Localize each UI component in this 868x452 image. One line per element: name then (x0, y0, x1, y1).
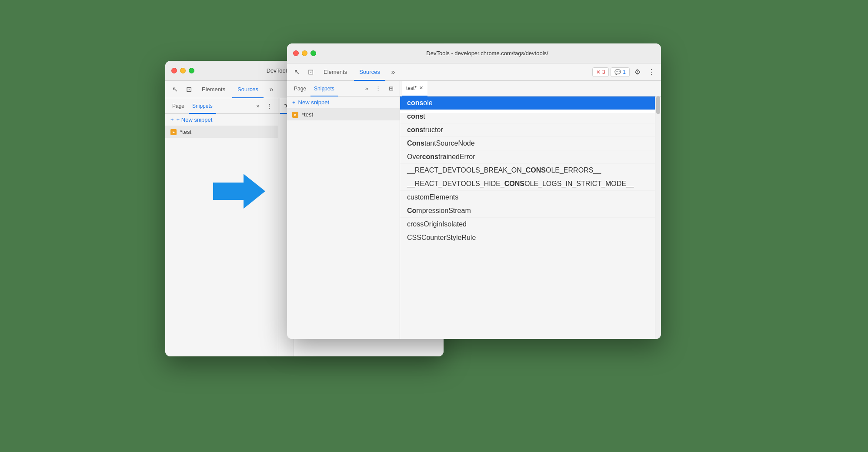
back-snippet-item[interactable]: ▸ *test (165, 126, 278, 138)
front-close-button[interactable] (293, 50, 299, 56)
back-traffic-lights (171, 68, 194, 73)
front-sidebar-menu-icon[interactable]: ⋮ (373, 83, 383, 94)
front-msg-count: 1 (623, 69, 626, 75)
front-autocomplete-item-constantsource[interactable]: ConstantSourceNode (400, 137, 655, 150)
back-more-tabs-icon[interactable]: » (265, 83, 277, 96)
front-autocomplete-rest-console: ole (423, 99, 432, 106)
front-window: DevTools - developer.chrome.com/tags/dev… (287, 43, 661, 339)
front-scrollbar[interactable] (655, 96, 661, 339)
front-devtools-panel: Page Snippets » ⋮ ⊞ + New snippet ▸ *tes… (287, 81, 661, 339)
front-new-snippet-button[interactable]: + New snippet (287, 96, 400, 109)
front-error-badge[interactable]: ✕ 3 (592, 67, 609, 77)
back-new-snippet-label: + New snippet (177, 116, 213, 123)
front-cursor-icon[interactable]: ↖ (290, 66, 303, 78)
front-traffic-lights (293, 50, 316, 56)
back-sidebar-menu-icon[interactable]: ⋮ (264, 101, 274, 111)
front-autocomplete-custom-text: customElements (407, 193, 458, 201)
front-sidebar-actions: » ⋮ (361, 83, 383, 94)
front-autocomplete-match-console: cons (407, 99, 423, 106)
front-autocomplete-crossorigin-text: crossOriginIsolated (407, 220, 467, 228)
front-autocomplete-item-crossorigin[interactable]: crossOriginIsolated (400, 218, 655, 231)
front-title-bar: DevTools - developer.chrome.com/tags/dev… (287, 43, 661, 63)
front-window-title: DevTools - developer.chrome.com/tags/dev… (320, 50, 655, 56)
front-editor-wrapper: test* ✕ 1 cons console (400, 81, 661, 339)
front-snippet-item[interactable]: ▸ *test (287, 109, 400, 120)
front-editor-tabs: test* ✕ (400, 81, 661, 96)
front-autocomplete-rest-compression: mpressionStream (416, 207, 471, 214)
front-autocomplete-list: console const constructor ConstantSource… (400, 96, 655, 339)
front-sources-tab[interactable]: Sources (354, 63, 385, 81)
front-autocomplete-rest-over: trainedError (438, 153, 475, 160)
back-sidebar-actions: » ⋮ (253, 101, 274, 111)
back-sidebar: Page Snippets » ⋮ + + New snippet ▸ *tes… (165, 98, 278, 356)
front-autocomplete-item-css[interactable]: CSSCounterStyleRule (400, 231, 655, 244)
front-autocomplete-match-over: cons (422, 153, 438, 160)
front-autocomplete-prefix-over: Over (407, 153, 422, 160)
front-autocomplete-item-custom[interactable]: customElements (400, 191, 655, 204)
front-autocomplete-react-break-text: __REACT_DEVTOOLS_BREAK_ON_CONSOLE_ERRORS… (407, 166, 601, 174)
back-cursor-icon[interactable]: ↖ (169, 83, 181, 96)
back-snippet-file-icon: ▸ (170, 129, 177, 135)
front-page-tab[interactable]: Page (290, 81, 310, 96)
front-scrollbar-thumb[interactable] (656, 96, 660, 114)
back-device-icon[interactable]: ⊡ (183, 83, 195, 96)
front-tab-close-icon[interactable]: ✕ (419, 85, 423, 91)
front-autocomplete-item-compression[interactable]: CompressionStream (400, 204, 655, 218)
front-elements-tab[interactable]: Elements (318, 63, 352, 81)
back-more-sidebar-icon[interactable]: » (253, 101, 263, 111)
front-devtools-toolbar: ↖ ⊡ Elements Sources » ✕ 3 💬 1 ⚙ ⋮ (287, 63, 661, 81)
front-maximize-button[interactable] (310, 50, 316, 56)
back-snippet-name: *test (180, 129, 191, 135)
front-snippet-file-icon: ▸ (292, 112, 298, 118)
front-sidebar: Page Snippets » ⋮ ⊞ + New snippet ▸ *tes… (287, 81, 400, 339)
front-autocomplete-item-react-break[interactable]: __REACT_DEVTOOLS_BREAK_ON_CONSOLE_ERRORS… (400, 164, 655, 177)
back-minimize-button[interactable] (180, 68, 186, 73)
back-close-button[interactable] (171, 68, 177, 73)
svg-marker-0 (213, 174, 265, 209)
front-editor-tab-name: test* (406, 85, 417, 91)
front-snippet-name: *test (302, 111, 313, 118)
front-new-snippet-label: New snippet (298, 99, 330, 106)
front-autocomplete-react-hide-text: __REACT_DEVTOOLS_HIDE_CONSOLE_LOGS_IN_ST… (407, 180, 634, 187)
front-snippets-tab[interactable]: Snippets (310, 81, 338, 96)
front-autocomplete-item-react-hide[interactable]: __REACT_DEVTOOLS_HIDE_CONSOLE_LOGS_IN_ST… (400, 177, 655, 191)
back-maximize-button[interactable] (189, 68, 194, 73)
front-msg-badge[interactable]: 💬 1 (611, 67, 630, 77)
front-autocomplete-css-text: CSSCounterStyleRule (407, 234, 476, 241)
front-settings-icon[interactable]: ⚙ (631, 66, 644, 78)
front-msg-icon: 💬 (614, 69, 621, 75)
back-snippets-tab[interactable]: Snippets (189, 98, 216, 114)
back-sources-tab[interactable]: Sources (232, 81, 264, 98)
back-sidebar-tabs: Page Snippets » ⋮ (165, 98, 278, 114)
front-more-sidebar-icon[interactable]: » (361, 83, 372, 94)
back-new-snippet-button[interactable]: + + New snippet (165, 114, 278, 126)
front-autocomplete-item-const[interactable]: const (400, 110, 655, 123)
back-new-snippet-plus-icon: + (170, 116, 174, 123)
blue-arrow (213, 174, 265, 209)
front-autocomplete-item-constructor[interactable]: constructor (400, 123, 655, 137)
front-autocomplete-item-overconstrained[interactable]: OverconstrainedError (400, 150, 655, 164)
front-new-snippet-plus-icon: + (292, 99, 296, 106)
front-autocomplete-rest-const: t (423, 113, 425, 120)
front-autocomplete-match-constructor: cons (407, 126, 423, 133)
front-error-x-icon: ✕ (596, 69, 601, 75)
front-autocomplete-rest-constructor: tructor (423, 126, 443, 133)
front-autocomplete-wrapper: console const constructor ConstantSource… (400, 96, 661, 339)
front-minimize-button[interactable] (302, 50, 307, 56)
front-sidebar-tabs: Page Snippets » ⋮ ⊞ (287, 81, 400, 96)
front-device-icon[interactable]: ⊡ (304, 66, 317, 78)
front-editor-tab-test[interactable]: test* ✕ (402, 81, 427, 96)
front-more-icon[interactable]: ⋮ (645, 66, 658, 78)
front-more-tabs-icon[interactable]: » (387, 66, 399, 78)
front-autocomplete-rest-constant: tantSourceNode (424, 140, 475, 147)
front-error-count: 3 (602, 69, 605, 75)
back-page-tab[interactable]: Page (169, 98, 188, 114)
front-autocomplete-match-const: cons (407, 113, 423, 120)
front-autocomplete-match-constant: Cons (407, 140, 424, 147)
front-navigator-icon[interactable]: ⊞ (386, 83, 396, 94)
back-elements-tab[interactable]: Elements (197, 81, 230, 98)
front-autocomplete-match-compression: Co (407, 207, 416, 214)
front-autocomplete-item-console[interactable]: console (400, 96, 655, 110)
